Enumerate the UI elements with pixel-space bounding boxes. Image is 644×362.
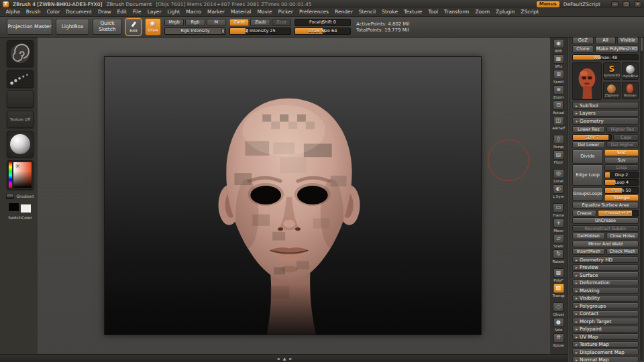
lightbox-button[interactable]: LightBox [56,19,89,35]
shelf-button[interactable]: ↻ Rotate [552,249,564,263]
menu-item[interactable]: Picker [275,8,296,16]
menu-item[interactable]: Movie [254,8,275,16]
palette-section-header[interactable]: ▸ Surface [572,272,639,278]
polish-slider[interactable]: Polish 50 [604,187,639,194]
palette-section-header[interactable]: ▸ Polygroups [572,302,639,309]
divide-button[interactable]: Divide [572,149,603,164]
rgb-intensity-slider[interactable]: Rgb Intensity [164,27,226,35]
stroke-picker[interactable] [7,70,34,88]
palette-section-header[interactable]: ▸ Texture Map [572,341,639,348]
crisp-toggle[interactable]: Crisp [604,164,639,171]
mirror-and-weld-button[interactable]: Mirror And Weld [572,241,639,247]
secondary-color-swatch[interactable] [20,204,32,213]
minimize-button[interactable]: — [611,1,619,7]
visible-button[interactable]: Visible [617,37,639,44]
menu-item[interactable]: Transform [441,8,472,16]
shelf-button[interactable]: ● Solo [553,318,564,332]
uncrease-button[interactable]: UnCrease [572,217,639,224]
crease-lvl-slider[interactable]: CreaseLvl 15 [598,210,639,217]
menu-item[interactable]: Draw [95,8,114,16]
texture-picker[interactable]: Texture Off [7,111,34,128]
scroll-up-icon[interactable]: ▲ [283,356,286,361]
palette-section-header[interactable]: ▸ Geometry HD [572,256,639,263]
alpha-picker[interactable] [7,90,34,108]
palette-section-header[interactable]: ▸ Layers [572,110,639,117]
panel-scrollbar[interactable] [640,9,643,361]
menu-item[interactable]: Color [44,8,63,16]
canvas-scroll-controls[interactable]: ◄ ▲ ► [276,356,292,361]
insert-mesh-button[interactable]: InsertMesh [572,248,605,255]
palette-section-header[interactable]: ▸ Visibility [572,295,639,302]
palette-section-header[interactable]: ▸ Preview [572,264,639,271]
edit-button[interactable]: Edit [125,18,142,36]
loop-slider[interactable]: Loop 4 [604,179,639,186]
gradient-toggle[interactable]: Gradient [6,194,34,199]
draw-button[interactable]: Draw [145,18,161,36]
shelf-button[interactable]: ⊕ Zoom [553,85,564,99]
menu-item[interactable]: Material [227,8,254,16]
shelf-button[interactable]: ◎ Local [553,169,564,183]
clone-button[interactable]: Clone [572,46,594,53]
sculpted-head-model[interactable] [105,57,481,335]
shelf-button[interactable]: ◊ Persp [553,135,564,149]
zcut-button[interactable]: Zcut [272,19,291,26]
check-mesh-button[interactable]: Check Mesh [606,248,639,255]
switch-color[interactable]: SwitchColor [7,202,34,220]
disp-slider[interactable]: Disp 2 [604,172,639,178]
shelf-button[interactable]: ◌ Ghost [553,302,564,316]
shelf-button[interactable]: ▨ Transp [552,284,564,298]
menu-item[interactable]: Edit [114,8,130,16]
del-hidden-button[interactable]: DelHidden [572,233,605,239]
shelf-button[interactable]: ▦ PolyF [553,268,564,282]
shelf-button[interactable]: ⊞ Scroll [553,70,564,84]
palette-section-header[interactable]: ▸ Polypaint [572,326,639,333]
smt-toggle[interactable]: Smt [604,149,639,156]
tool-thumb-simplebrush[interactable]: SimpleBrush [622,62,639,80]
shelf-button[interactable]: ▭ Frame [553,203,564,217]
quick-sketch-button[interactable]: Quick Sketch [93,19,122,35]
menus-toggle[interactable]: Menus [537,1,559,7]
del-higher-button[interactable]: Del Higher [606,141,639,148]
palette-section-header[interactable]: ▸ Morph Target [572,318,639,324]
suv-toggle[interactable]: Suv [604,157,639,164]
menu-item[interactable]: Light [164,8,183,16]
equalize-surface-area-button[interactable]: Equalize Surface Area [572,202,639,208]
shelf-button[interactable]: ⊡ Actual [553,101,564,115]
all-button[interactable]: All [595,37,616,44]
mrgb-button[interactable]: Mrgb [164,19,184,26]
palette-section-header[interactable]: ▸ SubTool [572,102,639,109]
m-button[interactable]: M [207,19,226,26]
shelf-button[interactable]: ◉ BPR [553,39,564,53]
higher-res-button[interactable]: Higher Res [606,126,639,133]
menu-item[interactable]: Document [63,8,95,16]
shelf-button[interactable]: ▤ Floor [553,150,564,164]
section-geometry-header[interactable]: ▾ Geometry [572,117,639,125]
draw-size-slider[interactable]: Draw Size 64 [294,27,351,35]
restore-button[interactable]: □ [623,1,630,7]
z-intensity-slider[interactable]: Z Intensity 25 [229,27,291,35]
palette-section-header[interactable]: ▸ Deformation [572,280,639,286]
menu-item[interactable]: Stencil [356,8,378,16]
palette-section-header[interactable]: ▸ UV Map [572,333,639,340]
shelf-button[interactable]: ▱ Scale [553,234,564,248]
scroll-left-icon[interactable]: ◄ [276,356,280,361]
palette-section-header[interactable]: ▸ Contact [572,310,639,317]
menu-item[interactable]: Macro [183,8,205,16]
reconstruct-subdiv-button[interactable]: Reconstruct Subdiv [572,225,639,232]
main-color-swatch[interactable] [8,202,19,212]
menu-item[interactable]: Brush [23,8,44,16]
projection-master-button[interactable]: Projection Master [7,19,52,35]
menu-item[interactable]: Preferences [296,8,331,16]
triangle-toggle[interactable]: Triangle [604,194,639,201]
menu-item[interactable]: Tool [425,8,441,16]
color-picker[interactable] [7,160,34,190]
zbrush-document[interactable] [104,56,482,335]
zsub-button[interactable]: Zsub [250,19,270,26]
saturation-square[interactable] [13,162,32,188]
shelf-button[interactable]: ◫ AAHalf [552,116,565,130]
shelf-button[interactable]: + Move [553,219,564,233]
menu-item[interactable]: File [130,8,145,16]
hue-strip[interactable] [9,162,12,188]
make-polymesh3d-button[interactable]: Make PolyMesh3D [595,46,639,53]
palette-section-header[interactable]: ▸ Masking [572,287,639,294]
